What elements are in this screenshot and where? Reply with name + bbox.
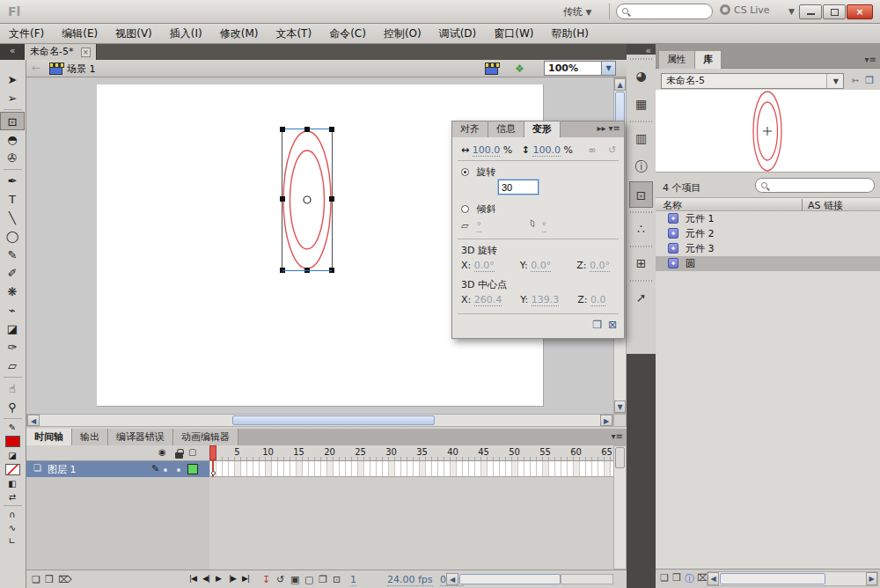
library-item-row[interactable]: ✦元件 3 bbox=[656, 241, 880, 256]
layer-frames[interactable] bbox=[209, 461, 613, 477]
lasso-tool[interactable]: ✇ bbox=[0, 149, 25, 167]
goto-first-frame-button[interactable]: |◀ bbox=[189, 574, 196, 583]
transform-handle[interactable] bbox=[329, 127, 334, 132]
rotate3d-z[interactable]: 0.0° bbox=[590, 260, 610, 272]
subselection-tool[interactable]: ➢ bbox=[0, 89, 25, 107]
linkage-column-header[interactable]: AS 链接 bbox=[802, 199, 843, 212]
close-button[interactable]: × bbox=[847, 4, 873, 19]
workspace-switcher[interactable]: 传统 ▼ bbox=[558, 4, 597, 19]
menu-item-2[interactable]: 编辑(E) bbox=[53, 24, 106, 43]
library-item-row[interactable]: ✦元件 2 bbox=[656, 226, 880, 241]
back-icon[interactable]: ← bbox=[32, 62, 40, 74]
fill-color-swatch[interactable] bbox=[5, 464, 20, 475]
menu-item-7[interactable]: 命令(C) bbox=[320, 24, 375, 43]
text-tool[interactable]: T bbox=[0, 190, 25, 209]
maximize-button[interactable] bbox=[823, 4, 846, 19]
transform-handle[interactable] bbox=[280, 196, 285, 202]
code-snippets-panel-icon[interactable]: ∴ bbox=[629, 216, 653, 242]
transform-handle[interactable] bbox=[280, 268, 285, 273]
menu-item-8[interactable]: 控制(O) bbox=[375, 24, 430, 43]
panel-menu-icon[interactable]: ▾≡ bbox=[865, 55, 876, 64]
new-folder-button[interactable]: ❒ bbox=[672, 572, 681, 584]
chevron-down-icon[interactable]: ▼ bbox=[601, 62, 615, 75]
show-hide-layers-icon[interactable]: ◉ bbox=[158, 447, 166, 457]
transform-handle[interactable] bbox=[329, 268, 334, 273]
transform-panel-icon[interactable]: ⊡ bbox=[629, 181, 653, 208]
menu-item-9[interactable]: 调试(D) bbox=[430, 24, 486, 43]
scroll-right-icon[interactable]: ▶ bbox=[866, 572, 877, 585]
skew-radio[interactable] bbox=[461, 205, 469, 213]
color-panel-icon[interactable]: ◕ bbox=[629, 62, 653, 89]
skew-y-value[interactable]: ° bbox=[542, 220, 547, 232]
layer-row[interactable]: ❏ 图层 1 ✎ bbox=[26, 461, 209, 477]
free-transform-selection[interactable] bbox=[282, 129, 333, 271]
layer-visible-dot[interactable] bbox=[164, 468, 167, 472]
center3d-z[interactable]: 0.0 bbox=[590, 294, 606, 306]
align-panel-icon[interactable]: ▥ bbox=[629, 125, 653, 151]
frame-ruler[interactable]: 5101520253035404550556065 bbox=[209, 445, 613, 461]
scroll-down-icon[interactable]: ▼ bbox=[614, 401, 626, 413]
menu-item-3[interactable]: 视图(V) bbox=[106, 24, 161, 43]
snap-to-objects-button[interactable]: ∩ bbox=[0, 508, 25, 521]
layers-area[interactable] bbox=[26, 477, 209, 570]
library-item-row[interactable]: ✦圆 bbox=[656, 256, 880, 271]
deco-tool[interactable]: ❋ bbox=[0, 283, 25, 301]
center-frame-button[interactable]: ↧ bbox=[262, 574, 270, 585]
remove-transform-button[interactable]: ⊠ bbox=[608, 319, 617, 331]
zoom-tool[interactable]: ⚲ bbox=[0, 398, 25, 416]
menu-item-6[interactable]: 文本(T) bbox=[267, 24, 320, 43]
layer-outline-color-swatch[interactable] bbox=[187, 464, 198, 474]
scroll-left-icon[interactable]: ◀ bbox=[446, 573, 458, 585]
info-panel-icon[interactable]: ⓘ bbox=[629, 153, 653, 180]
tab-timeline-4[interactable]: 动画编辑器 bbox=[173, 429, 238, 445]
frame-rate-value[interactable]: 24.00 fps bbox=[387, 574, 433, 586]
smooth-button[interactable]: ∿ bbox=[0, 521, 25, 534]
bone-tool[interactable]: ⌁ bbox=[0, 301, 25, 320]
step-back-button[interactable]: ◀| bbox=[202, 574, 209, 583]
library-horizontal-scrollbar[interactable]: ◀ ▶ bbox=[707, 571, 878, 586]
panel-menu-icon[interactable]: ▾≡ bbox=[612, 431, 623, 441]
pen-tool[interactable]: ✒ bbox=[0, 172, 25, 190]
scroll-thumb[interactable] bbox=[720, 573, 825, 584]
center3d-x[interactable]: 260.4 bbox=[474, 294, 502, 306]
tab-transform-3[interactable]: 变形 bbox=[524, 121, 561, 137]
swatches-panel-icon[interactable]: ▦ bbox=[629, 91, 653, 117]
rotate-radio[interactable] bbox=[461, 168, 469, 176]
new-symbol-button[interactable]: ❏ bbox=[660, 572, 669, 584]
scale-y-value[interactable]: 100.0 bbox=[532, 144, 561, 157]
edit-multiple-frames-button[interactable]: ❐ bbox=[319, 574, 327, 585]
motion-presets-panel-icon[interactable]: ➚ bbox=[629, 284, 653, 311]
rotate3d-x[interactable]: 0.0° bbox=[474, 260, 495, 272]
frames-area[interactable] bbox=[209, 477, 613, 570]
search-input[interactable] bbox=[633, 5, 708, 18]
app-search[interactable] bbox=[616, 4, 713, 19]
brush-tool[interactable]: ✐ bbox=[0, 264, 25, 283]
minimize-button[interactable] bbox=[799, 4, 822, 19]
menu-item-5[interactable]: 修改(M) bbox=[211, 24, 268, 43]
name-column-header[interactable]: 名称 bbox=[663, 199, 682, 212]
scroll-thumb[interactable] bbox=[232, 415, 435, 425]
line-tool[interactable]: ╲ bbox=[0, 209, 25, 227]
layer-name[interactable]: 图层 1 bbox=[48, 463, 77, 476]
goto-last-frame-button[interactable]: ▶| bbox=[242, 574, 249, 583]
tab-timeline-2[interactable]: 输出 bbox=[72, 429, 108, 445]
transform-handle[interactable] bbox=[329, 196, 334, 202]
3d-rotation-tool[interactable]: ◓ bbox=[0, 130, 25, 149]
duplicate-and-transform-button[interactable]: ❐ bbox=[592, 319, 602, 331]
scroll-up-icon[interactable]: ▲ bbox=[614, 78, 626, 91]
scroll-right-icon[interactable]: ▶ bbox=[600, 415, 612, 426]
rotate-angle-input[interactable] bbox=[498, 180, 539, 195]
tab-timeline-1[interactable]: 时间轴 bbox=[26, 429, 72, 445]
menu-item-10[interactable]: 窗口(W) bbox=[485, 24, 542, 43]
play-button[interactable]: ▶ bbox=[216, 574, 221, 583]
library-search[interactable] bbox=[755, 178, 875, 193]
scroll-left-icon[interactable]: ◀ bbox=[27, 415, 40, 426]
new-layer-button[interactable]: ❏ bbox=[32, 574, 40, 585]
constrain-icon[interactable]: ∞ bbox=[588, 144, 596, 156]
stroke-color-swatch[interactable] bbox=[5, 436, 20, 447]
transform-handle[interactable] bbox=[280, 127, 285, 132]
onion-skin-outlines-button[interactable]: ▢ bbox=[304, 574, 313, 585]
collapse-panels-button[interactable]: « bbox=[0, 44, 25, 60]
selection-tool[interactable]: ➤ bbox=[0, 70, 25, 89]
delete-layer-button[interactable]: ⌦ bbox=[58, 574, 72, 585]
